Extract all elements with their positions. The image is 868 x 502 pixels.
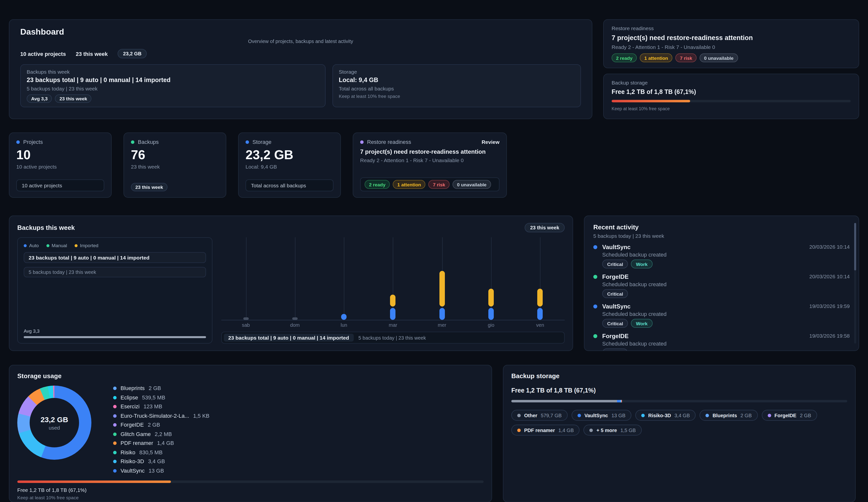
storage-dot-icon bbox=[246, 140, 249, 144]
restore-stat-summary: Ready 2 - Attention 1 - Risk 7 - Unavail… bbox=[360, 157, 499, 163]
project-name: ForgeIDE bbox=[121, 422, 144, 428]
activity-item[interactable]: VaultSyncScheduled backup createdCritica… bbox=[593, 303, 850, 328]
pill-dot-icon bbox=[578, 413, 581, 417]
tag-work: Work bbox=[631, 319, 652, 328]
backups-value: 76 bbox=[131, 148, 219, 162]
chart-column-mer bbox=[417, 237, 467, 320]
hero-storage-summary-card: Storage Local: 9,4 GB Total across all b… bbox=[332, 64, 581, 107]
tag-critical: Critical bbox=[602, 289, 628, 298]
activity-item[interactable]: VaultSyncScheduled backup createdCritica… bbox=[593, 244, 850, 269]
project-size: 539,5 MB bbox=[142, 395, 165, 400]
project-size: 2 GB bbox=[148, 422, 160, 428]
activity-tags: CriticalWork bbox=[602, 260, 809, 269]
backup-storage-panel-card: Backup storage Free 1,2 TB of 1,8 TB (67… bbox=[503, 365, 856, 502]
restore-readiness-top-card: Restore readiness 7 project(s) need rest… bbox=[603, 19, 859, 68]
backups-chart-panel: sabdomlunmarmergioven 23 backups total |… bbox=[221, 237, 565, 343]
project-size: 1,4 GB bbox=[157, 440, 174, 446]
activity-scrollbar[interactable] bbox=[854, 223, 856, 343]
restore-readiness-summary: Ready 2 - Attention 1 - Risk 7 - Unavail… bbox=[612, 44, 851, 50]
tag-critical: Critical bbox=[602, 260, 628, 269]
storage-legend-item: Risiko-3D3,4 GB bbox=[113, 459, 209, 464]
storage-free-line: Free 1,2 TB of 1,8 TB (67,1%) bbox=[17, 487, 484, 493]
activity-dot-icon bbox=[593, 245, 597, 249]
backup-storage-progress bbox=[612, 100, 851, 102]
pill-project-name: ForgeIDE bbox=[774, 412, 796, 418]
manual-dot-icon bbox=[46, 244, 49, 247]
storage-legend: Blueprints2 GBEclipse539,5 MBEsercizi123… bbox=[113, 385, 209, 473]
review-link[interactable]: Review bbox=[482, 139, 499, 145]
stat-card-storage[interactable]: Storage 23,2 GB Local: 9,4 GB Total acro… bbox=[238, 132, 341, 198]
project-dot-icon bbox=[113, 460, 116, 463]
storage-bar-segment-other bbox=[511, 400, 617, 402]
recent-activity-title: Recent activity bbox=[593, 223, 850, 231]
pill-project-name: Other bbox=[524, 412, 537, 418]
stat-card-projects[interactable]: Projects 10 10 active projects 10 active… bbox=[9, 132, 112, 198]
recent-activity-subtitle: 5 backups today | 23 this week bbox=[593, 233, 850, 239]
pill-dot-icon bbox=[590, 428, 593, 432]
recent-activity-card: Recent activity 5 backups today | 23 thi… bbox=[584, 215, 859, 351]
pill-project-size: 2 GB bbox=[741, 412, 752, 418]
tag-critical: Critical bbox=[602, 349, 628, 351]
chart-gridline bbox=[246, 237, 246, 320]
chart-column-lun bbox=[319, 237, 369, 320]
risk-badge: 7 risk bbox=[675, 53, 697, 62]
chart-bar bbox=[390, 295, 396, 307]
storage-pill[interactable]: Risiko-3D3,4 GB bbox=[635, 410, 696, 421]
pill-project-name: Blueprints bbox=[713, 412, 737, 418]
activity-description: Scheduled backup created bbox=[602, 341, 809, 347]
backups-sub: 23 this week bbox=[131, 163, 219, 169]
backup-storage-headline: Free 1,2 TB of 1,8 TB (67,1%) bbox=[612, 89, 851, 96]
storage-pill[interactable]: PDF renamer1,4 GB bbox=[511, 425, 580, 435]
pill-project-size: 2 GB bbox=[800, 412, 811, 418]
storage-sub: Local: 9,4 GB bbox=[246, 163, 333, 169]
storage-legend-item: PDF renamer1,4 GB bbox=[113, 440, 209, 446]
project-name: PDF renamer bbox=[121, 440, 153, 446]
attention-badge: 1 attention bbox=[393, 180, 426, 189]
restore-readiness-label: Restore readiness bbox=[612, 25, 851, 31]
activity-item[interactable]: ForgeIDEScheduled backup createdCritical… bbox=[593, 273, 850, 298]
storage-pill[interactable]: + 5 more1,5 GB bbox=[584, 425, 642, 435]
chart-gridline bbox=[344, 237, 344, 320]
backup-storage-progress-fill bbox=[612, 100, 690, 102]
auto-dot-icon bbox=[24, 244, 27, 247]
storage-pill[interactable]: ForgeIDE2 GB bbox=[762, 410, 817, 421]
pill-project-name: + 5 more bbox=[597, 427, 617, 433]
chart-column-mar bbox=[369, 237, 418, 320]
activity-item[interactable]: ForgeIDEScheduled backup createdCritical… bbox=[593, 333, 850, 351]
storage-pill[interactable]: Blueprints2 GB bbox=[700, 410, 758, 421]
project-name: Risiko bbox=[121, 450, 135, 455]
activity-dot-icon bbox=[593, 334, 597, 338]
project-dot-icon bbox=[113, 423, 116, 426]
storage-usage-progress-fill bbox=[17, 480, 171, 483]
backups-dot-icon bbox=[131, 140, 134, 144]
pill-project-name: PDF renamer bbox=[524, 427, 555, 433]
chart-footer-totals: 23 backups total | 9 auto | 0 manual | 1… bbox=[224, 334, 353, 342]
projects-box: 10 active projects bbox=[16, 179, 104, 191]
storage-label: Storage bbox=[252, 139, 271, 145]
project-size: 2,2 MB bbox=[155, 431, 172, 437]
storage-pill[interactable]: VaultSync13 GB bbox=[571, 410, 631, 421]
backup-storage-top-card: Backup storage Free 1,2 TB of 1,8 TB (67… bbox=[603, 74, 859, 119]
activity-project-name: ForgeIDE bbox=[602, 273, 809, 280]
hero-storage-note: Keep at least 10% free space bbox=[339, 93, 575, 99]
legend-auto: Auto bbox=[24, 243, 39, 248]
tag-critical: Critical bbox=[602, 319, 628, 328]
project-name: Blueprints bbox=[121, 385, 145, 391]
storage-legend-item: Risiko830,5 MB bbox=[113, 450, 209, 455]
project-dot-icon bbox=[113, 386, 116, 390]
activity-project-name: VaultSync bbox=[602, 244, 809, 251]
pill-project-name: Risiko-3D bbox=[648, 412, 671, 418]
scrollbar-thumb[interactable] bbox=[854, 223, 856, 270]
pill-project-size: 3,4 GB bbox=[674, 412, 690, 418]
activity-timestamp: 20/03/2026 10:14 bbox=[809, 273, 850, 279]
stat-card-restore-readiness[interactable]: Restore readiness Review 7 project(s) ne… bbox=[353, 132, 507, 198]
stat-card-backups[interactable]: Backups 76 23 this week 23 this week bbox=[124, 132, 226, 198]
activity-dot-icon bbox=[593, 275, 597, 279]
pill-project-size: 13 GB bbox=[612, 412, 626, 418]
hero-total-size-pill: 23,2 GB bbox=[117, 49, 147, 58]
dashboard-hero-card: Dashboard Overview of projects, backups … bbox=[9, 19, 592, 119]
storage-pill[interactable]: Other579,7 GB bbox=[511, 410, 568, 421]
backups-total-box: 23 backups total | 9 auto | 0 manual | 1… bbox=[24, 252, 206, 263]
imported-dot-icon bbox=[74, 244, 77, 247]
storage-note: Keep at least 10% free space bbox=[17, 494, 484, 500]
